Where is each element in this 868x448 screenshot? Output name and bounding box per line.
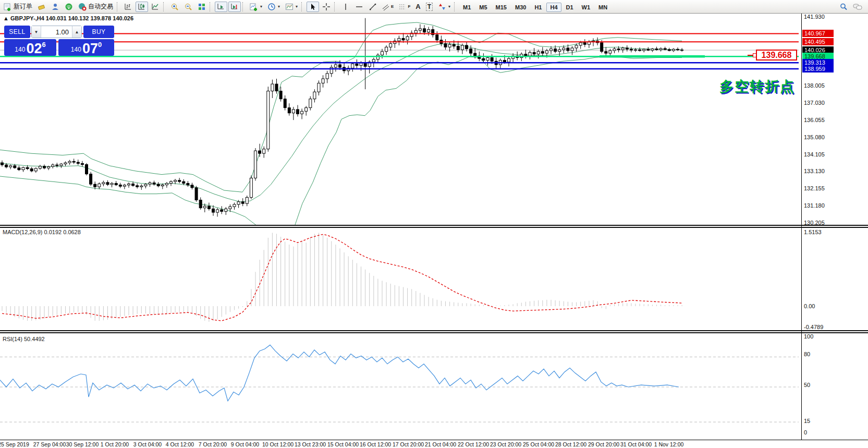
sell-price-button[interactable]: 140 02 6 xyxy=(4,39,56,56)
fibonacci-button[interactable]: F xyxy=(397,2,412,12)
templates-button[interactable]: ▾ xyxy=(283,2,300,12)
volume-input[interactable]: 1.00 xyxy=(41,26,72,38)
indicators-button[interactable]: ▾ xyxy=(248,2,264,12)
channel-icon xyxy=(382,3,389,11)
timeframe-button-M30[interactable]: M30 xyxy=(511,3,530,12)
chart-shift-button[interactable] xyxy=(228,2,241,12)
triangle-up-icon: ▲ xyxy=(75,30,79,34)
time-tick: 28 Oct 12:00 xyxy=(555,441,586,447)
indicators-icon xyxy=(250,3,258,11)
profiles-button[interactable] xyxy=(49,2,62,12)
autotrading-button[interactable]: 自动交易 xyxy=(76,2,115,12)
time-tick: 22 Oct 12:00 xyxy=(458,441,489,447)
symbol-info[interactable]: ▲ GBPJPY-,H4 140.031 140.132 139.878 140… xyxy=(3,15,133,21)
collapse-triangle-icon[interactable]: ▲ xyxy=(3,15,9,21)
chat-button[interactable] xyxy=(851,2,864,12)
text-label-button[interactable]: T xyxy=(424,2,435,12)
sell-price-big: 02 xyxy=(26,42,42,55)
text-label-icon: T xyxy=(426,3,433,11)
timeframe-group: M1M5M15M30H1H4D1W1MN xyxy=(459,2,612,11)
rsi-axis-tick: 80 xyxy=(804,351,810,357)
arrows-tool-button[interactable]: ▾ xyxy=(436,2,453,12)
zoom-out-button[interactable] xyxy=(182,2,194,12)
buy-price-button[interactable]: 140 07 0 xyxy=(58,39,114,56)
time-tick: 27 Sep 04:00 xyxy=(33,441,66,447)
toolbar-right-group xyxy=(837,2,865,12)
time-tick: 1 Nov 12:00 xyxy=(654,441,684,447)
bar-chart-icon xyxy=(124,3,132,11)
macd-chart-svg[interactable] xyxy=(0,228,801,330)
price-tick: 133.130 xyxy=(804,168,825,174)
timeframe-button-H1[interactable]: H1 xyxy=(531,3,545,12)
time-tick: 1 Oct 20:00 xyxy=(101,441,129,447)
toolbar-separator xyxy=(163,2,166,11)
vertical-line-button[interactable] xyxy=(339,2,352,12)
time-tick: 7 Oct 20:00 xyxy=(199,441,227,447)
auto-scroll-button[interactable] xyxy=(215,2,227,12)
toolbar-separator xyxy=(454,2,457,11)
search-button[interactable] xyxy=(837,2,850,12)
chart-area[interactable]: 141.930138.005137.030136.055135.080134.1… xyxy=(0,14,868,448)
price-tick: 134.105 xyxy=(804,151,825,158)
time-tick: 13 Oct 23:00 xyxy=(295,441,326,447)
tile-windows-button[interactable] xyxy=(195,2,208,12)
trendline-button[interactable] xyxy=(366,2,379,12)
tile-windows-icon xyxy=(198,3,206,11)
price-tick: 135.080 xyxy=(804,134,825,140)
search-icon xyxy=(839,3,848,11)
channel-letter: E xyxy=(391,4,394,9)
volume-stepper: ▼ 1.00 ▲ xyxy=(31,26,82,38)
line-chart-button[interactable] xyxy=(149,2,162,12)
horizontal-line-icon xyxy=(355,3,363,11)
horizontal-line-button[interactable] xyxy=(353,2,365,12)
periods-button[interactable]: ▾ xyxy=(265,2,282,12)
crosshair-button[interactable] xyxy=(320,2,333,12)
text-tool-button[interactable]: A xyxy=(413,2,422,12)
time-tick: 15 Oct 04:00 xyxy=(327,441,359,447)
autotrading-icon xyxy=(78,3,87,11)
sell-button[interactable]: SELL xyxy=(4,26,30,38)
price-tick: 141.930 xyxy=(804,14,825,20)
mt4-window: 新订单 自动交易 xyxy=(0,0,868,448)
cursor-button[interactable] xyxy=(307,2,319,12)
macd-label: MACD(12,26,9) 0.0192 0.0628 xyxy=(3,229,81,235)
price-tag-annotation[interactable]: 139.668 xyxy=(756,50,797,60)
trendline-icon xyxy=(369,3,377,11)
candlestick-chart-button[interactable] xyxy=(136,2,148,12)
timeframe-button-H4[interactable]: H4 xyxy=(546,3,561,12)
equidistant-channel-button[interactable]: E xyxy=(380,2,396,12)
timeframe-button-M15[interactable]: M15 xyxy=(492,3,510,12)
toolbar-separator xyxy=(210,2,212,11)
bar-chart-button[interactable] xyxy=(122,2,135,12)
signals-button[interactable] xyxy=(63,2,75,12)
rsi-chart-svg[interactable] xyxy=(0,333,801,440)
volume-increase-button[interactable]: ▲ xyxy=(72,26,81,38)
timeframe-button-M5[interactable]: M5 xyxy=(475,3,491,12)
template-icon xyxy=(285,3,294,11)
zoom-in-button[interactable] xyxy=(168,2,181,12)
time-tick: 21 Oct 04:00 xyxy=(425,441,456,447)
time-tick: 9 Oct 04:00 xyxy=(231,441,259,447)
autotrading-label: 自动交易 xyxy=(88,2,113,11)
timeframe-button-W1[interactable]: W1 xyxy=(578,3,594,12)
new-order-button[interactable]: 新订单 xyxy=(2,2,34,12)
eraser-button[interactable] xyxy=(35,2,48,12)
chart-note-text[interactable]: 多空转折点 xyxy=(709,77,805,96)
price-badge: 140.495 xyxy=(802,38,834,45)
time-axis[interactable]: 25 Sep 201927 Sep 04:0030 Sep 12:001 Oct… xyxy=(0,440,868,448)
candlestick-chart-icon xyxy=(138,3,146,11)
rsi-axis-tick: 100 xyxy=(804,333,813,340)
main-chart-svg[interactable] xyxy=(0,14,801,225)
macd-axis-tick: 0.00 xyxy=(804,303,815,309)
chevron-down-icon: ▾ xyxy=(278,4,280,9)
arrows-icon xyxy=(438,3,446,11)
timeframe-button-D1[interactable]: D1 xyxy=(563,3,577,12)
timeframe-button-MN[interactable]: MN xyxy=(595,3,611,12)
sell-price-prefix: 140 xyxy=(15,46,25,53)
buy-button[interactable]: BUY xyxy=(83,26,114,38)
cursor-icon xyxy=(309,3,317,11)
symbol-ohlc: 140.031 140.132 139.878 140.026 xyxy=(46,15,133,21)
volume-decrease-button[interactable]: ▼ xyxy=(32,26,41,38)
zoom-out-icon xyxy=(184,3,192,11)
timeframe-button-M1[interactable]: M1 xyxy=(459,3,474,12)
